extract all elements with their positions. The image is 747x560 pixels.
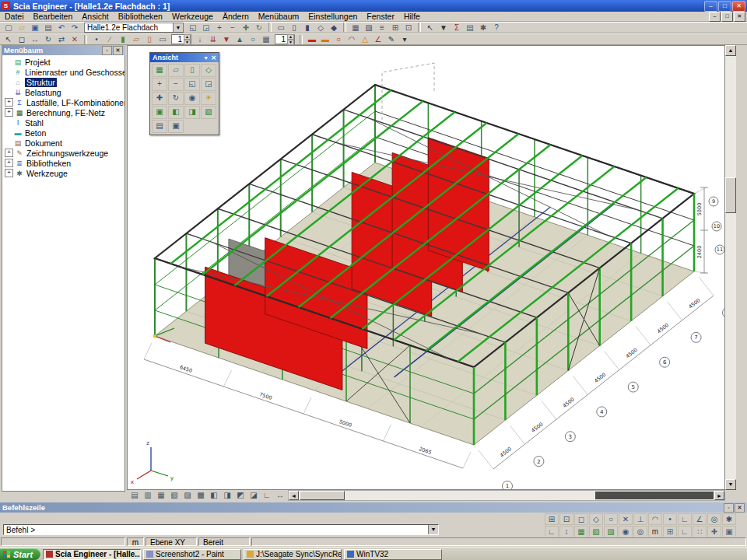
- command-history-icon[interactable]: ▼: [428, 525, 438, 534]
- shaded-icon[interactable]: ▩: [195, 490, 207, 501]
- scroll-down-icon[interactable]: ▼: [725, 479, 736, 490]
- dot-grid-icon[interactable]: ∷: [693, 526, 707, 537]
- plane-yz-icon[interactable]: ▨: [604, 526, 618, 537]
- redo-icon[interactable]: ↷: [68, 23, 81, 33]
- menu-datei[interactable]: Datei: [0, 12, 29, 21]
- hinge-icon[interactable]: ○: [247, 34, 259, 44]
- menu-einstellungen[interactable]: Einstellungen: [303, 12, 362, 21]
- line-red-icon[interactable]: ▬: [306, 34, 318, 44]
- mdi-restore-button[interactable]: □: [721, 12, 733, 22]
- menu-hilfe[interactable]: Hilfe: [399, 12, 425, 21]
- axes-display-icon[interactable]: ∟: [261, 490, 273, 501]
- sidebar-item[interactable]: ▤Projekt: [2, 57, 124, 67]
- zoom-in-icon[interactable]: +: [213, 23, 226, 33]
- mesh-icon[interactable]: ▦: [260, 34, 272, 44]
- sidebar-item[interactable]: +✱Werkzeuge: [2, 168, 124, 178]
- view-front-icon[interactable]: ▯: [288, 23, 300, 33]
- opening-icon[interactable]: ▭: [156, 34, 169, 44]
- arc-icon[interactable]: ◠: [345, 34, 358, 44]
- minimize-button[interactable]: –: [704, 1, 717, 12]
- open-icon[interactable]: ▱: [16, 23, 28, 33]
- numbers-icon[interactable]: ◨: [221, 490, 233, 501]
- view-params-icon[interactable]: ▤: [128, 490, 141, 501]
- plate-icon[interactable]: ▱: [130, 34, 142, 44]
- perspective-icon[interactable]: ◆: [328, 23, 340, 33]
- scroll-up-icon[interactable]: ▲: [725, 45, 736, 56]
- coord-abs-icon[interactable]: ◉: [619, 526, 633, 537]
- labels-icon[interactable]: ◧: [208, 490, 220, 501]
- palette-capture-icon[interactable]: ▣: [168, 120, 184, 133]
- palette-pan-icon[interactable]: ✚: [152, 92, 167, 105]
- palette-zoom-in-icon[interactable]: +: [152, 78, 167, 91]
- panel-close-icon[interactable]: ✕: [113, 46, 123, 55]
- zoom-window-icon[interactable]: ◲: [200, 23, 212, 33]
- ansicht-palette-caption[interactable]: Ansicht ▼ ✕: [150, 53, 219, 62]
- palette-rotate-icon[interactable]: ↻: [168, 92, 184, 105]
- loads-display-icon[interactable]: ◩: [234, 490, 247, 501]
- supports-display-icon[interactable]: ◪: [247, 490, 260, 501]
- command-pin-icon[interactable]: ▫: [724, 503, 734, 513]
- spinner-down-icon[interactable]: ▼: [184, 40, 191, 45]
- snap-intersect-icon[interactable]: ✕: [619, 513, 633, 525]
- spinner-up-icon[interactable]: ▲: [287, 34, 294, 40]
- point-load-icon[interactable]: ↓: [194, 34, 206, 44]
- snap-center-icon[interactable]: ○: [604, 513, 618, 525]
- palette-wire-icon[interactable]: ▧: [201, 106, 216, 119]
- snap-settings-icon[interactable]: ✱: [722, 513, 736, 525]
- model-dropdown[interactable]: Halle1.2e Flachdach ▼: [84, 23, 184, 33]
- menu-bibliotheken[interactable]: Bibliotheken: [114, 12, 167, 21]
- command-close-icon[interactable]: ✕: [735, 503, 745, 513]
- palette-print-icon[interactable]: ▤: [152, 120, 167, 133]
- move-icon[interactable]: ↔: [29, 34, 41, 44]
- palette-zoom-out-icon[interactable]: −: [168, 78, 184, 91]
- snap-grid-icon[interactable]: ⊞: [545, 513, 559, 525]
- snap-polar-icon[interactable]: ∠: [693, 513, 707, 525]
- model-viewport[interactable]: 1234567845004500450045004500450045006450…: [127, 45, 725, 490]
- taskbar-task[interactable]: J:\Seagate Sync\SyncRe...: [244, 549, 342, 560]
- menu-fenster[interactable]: Fenster: [362, 12, 399, 21]
- scroll-right-icon[interactable]: ►: [714, 491, 724, 500]
- horizontal-scrollbar[interactable]: ◄ ►: [288, 490, 725, 501]
- polyline-icon[interactable]: ✎: [385, 34, 398, 44]
- spinner-up-icon[interactable]: ▲: [184, 34, 191, 40]
- vertical-scrollbar[interactable]: ▲ ▼: [725, 45, 736, 490]
- hidden-line-icon[interactable]: ▨: [181, 490, 194, 501]
- shading-icon[interactable]: ▨: [363, 23, 375, 33]
- panel-pin-icon[interactable]: ▫: [102, 46, 112, 55]
- taskbar-task[interactable]: Screenshot2 - Paint: [143, 549, 241, 560]
- tree-expander-icon[interactable]: +: [5, 149, 13, 157]
- command-input[interactable]: Befehl > ▼: [3, 524, 439, 535]
- palette-close-icon[interactable]: ✕: [211, 54, 216, 61]
- axis-icon[interactable]: ↕: [559, 526, 573, 537]
- coord-rel-icon[interactable]: ◎: [633, 526, 647, 537]
- vertical-scroll-thumb[interactable]: [725, 177, 736, 213]
- line-load-icon[interactable]: ⇊: [207, 34, 219, 44]
- cursor-icon[interactable]: ✚: [707, 526, 721, 537]
- support-icon[interactable]: ▲: [233, 34, 246, 44]
- undo-icon[interactable]: ↶: [55, 23, 68, 33]
- wall-icon[interactable]: ▯: [143, 34, 156, 44]
- snap-mid-icon[interactable]: ◇: [589, 513, 603, 525]
- view-side-icon[interactable]: ▮: [301, 23, 314, 33]
- palette-section-icon[interactable]: ◧: [168, 106, 184, 119]
- sidebar-item[interactable]: ▤Dokument: [2, 138, 124, 148]
- mirror-icon[interactable]: ⇄: [55, 34, 68, 44]
- palette-view-xz-icon[interactable]: ▱: [168, 64, 184, 77]
- taskbar-task[interactable]: Scia Engineer - [Halle...: [43, 549, 141, 560]
- chevron-down-icon[interactable]: ▼: [173, 23, 183, 32]
- tree-expander-icon[interactable]: +: [5, 169, 13, 177]
- selection-icon[interactable]: ↖: [424, 23, 437, 33]
- layer-select-icon[interactable]: ▥: [142, 490, 154, 501]
- sidebar-item[interactable]: ▬Beton: [2, 128, 124, 138]
- sidebar-item[interactable]: ⅠStahl: [2, 117, 124, 128]
- column-icon[interactable]: ▮: [117, 34, 129, 44]
- ortho-toggle-icon[interactable]: ∟: [678, 526, 692, 537]
- layers-icon[interactable]: ≡: [376, 23, 388, 33]
- sidebar-item[interactable]: #Linienraster und Geschosse: [2, 67, 124, 77]
- snap-node-icon[interactable]: •: [663, 513, 677, 525]
- grid-icon[interactable]: ⊞: [389, 23, 402, 33]
- mdi-close-button[interactable]: ✕: [734, 12, 745, 22]
- scale-icon[interactable]: ▦: [155, 490, 167, 501]
- select-box-icon[interactable]: ◻: [16, 34, 28, 44]
- close-button[interactable]: ✕: [732, 1, 745, 12]
